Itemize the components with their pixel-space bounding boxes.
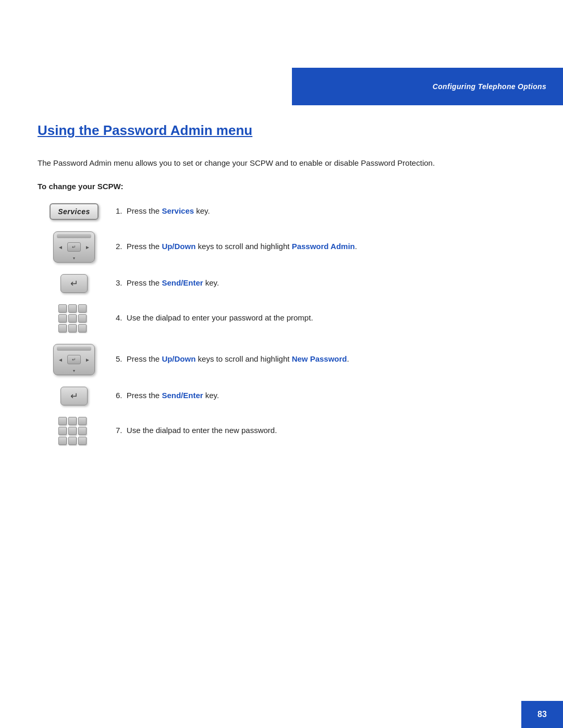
step-4-text: 4. Use the dialpad to enter your passwor…	[116, 313, 313, 322]
intro-paragraph: The Password Admin menu allows you to se…	[38, 157, 525, 169]
dialpad-key-4	[58, 314, 67, 323]
dialpad-key-8	[68, 324, 77, 332]
dialpad-key-17	[68, 437, 77, 445]
page-title: Using the Password Admin menu	[38, 122, 525, 143]
dialpad-key-3	[78, 304, 87, 313]
steps-container: Services 1. Press the Services key. ◄ ↵ …	[38, 203, 525, 456]
header-banner-text: Configuring Telephone Options	[433, 82, 546, 91]
step-6-sendenter: Send/Enter	[162, 391, 203, 400]
dialpad-key-10	[58, 417, 67, 425]
step-3-sendenter: Send/Enter	[162, 278, 203, 287]
nav-right-arrow-2: ►	[85, 357, 90, 363]
step-icon-2: ◄ ↵ ► ▼	[38, 231, 111, 263]
enter-key-symbol-2: ↵	[70, 390, 78, 402]
step-icon-7	[38, 417, 111, 445]
step-text-7: 7. Use the dialpad to enter the new pass…	[111, 425, 525, 437]
section-heading: To change your SCPW:	[38, 182, 525, 191]
step-text-4: 4. Use the dialpad to enter your passwor…	[111, 312, 525, 324]
dialpad-icon-2	[58, 417, 90, 445]
step-row-2: ◄ ↵ ► ▼ 2. Press the Up/Down keys to scr…	[38, 231, 525, 263]
nav-key-top-2	[57, 347, 91, 351]
step-text-5: 5. Press the Up/Down keys to scroll and …	[111, 353, 525, 365]
step-3-text: 3. Press the Send/Enter key.	[116, 278, 219, 287]
step-text-1: 1. Press the Services key.	[111, 205, 525, 217]
step-1-text: 1. Press the Services key.	[116, 206, 210, 215]
nav-key-bottom-text-2: ▼	[72, 369, 76, 373]
nav-center-btn-2: ↵	[67, 355, 81, 364]
step-text-3: 3. Press the Send/Enter key.	[111, 277, 525, 289]
nav-key-top	[57, 234, 91, 238]
step-2-text: 2. Press the Up/Down keys to scroll and …	[116, 242, 357, 251]
step-1-highlight: Services	[162, 206, 194, 215]
nav-left-arrow-2: ◄	[58, 357, 63, 363]
page-footer: 83	[521, 701, 563, 728]
step-icon-3: ↵	[38, 274, 111, 293]
step-2-updown: Up/Down	[162, 242, 195, 251]
step-5-text: 5. Press the Up/Down keys to scroll and …	[116, 354, 349, 363]
nav-left-arrow: ◄	[58, 244, 63, 250]
step-row-5: ◄ ↵ ► ▼ 5. Press the Up/Down keys to scr…	[38, 344, 525, 375]
step-row-4: 4. Use the dialpad to enter your passwor…	[38, 304, 525, 332]
dialpad-key-6	[78, 314, 87, 323]
enter-key-icon-1: ↵	[60, 274, 88, 293]
step-text-6: 6. Press the Send/Enter key.	[111, 390, 525, 402]
step-5-updown: Up/Down	[162, 354, 195, 363]
dialpad-key-7	[58, 324, 67, 332]
enter-key-symbol-1: ↵	[70, 278, 78, 289]
dialpad-key-14	[68, 427, 77, 435]
dialpad-key-2	[68, 304, 77, 313]
nav-key-icon-2: ◄ ↵ ► ▼	[53, 344, 95, 375]
dialpad-key-9	[78, 324, 87, 332]
nav-key-bottom-text: ▼	[72, 256, 76, 260]
nav-key-middle-2: ◄ ↵ ►	[57, 354, 91, 365]
dialpad-key-18	[78, 437, 87, 445]
step-icon-1: Services	[38, 203, 111, 220]
services-key-icon: Services	[50, 203, 99, 220]
dialpad-icon-1	[58, 304, 90, 332]
header-banner: Configuring Telephone Options	[292, 68, 563, 105]
step-7-text: 7. Use the dialpad to enter the new pass…	[116, 426, 277, 435]
enter-key-icon-2: ↵	[60, 387, 88, 405]
dialpad-key-11	[68, 417, 77, 425]
nav-center-btn: ↵	[67, 242, 81, 252]
dialpad-key-13	[58, 427, 67, 435]
step-row-6: ↵ 6. Press the Send/Enter key.	[38, 387, 525, 405]
dialpad-key-15	[78, 427, 87, 435]
nav-right-arrow: ►	[85, 244, 90, 250]
dialpad-key-1	[58, 304, 67, 313]
nav-key-middle: ◄ ↵ ►	[57, 241, 91, 253]
step-6-text: 6. Press the Send/Enter key.	[116, 391, 219, 400]
main-content: Using the Password Admin menu The Passwo…	[38, 122, 525, 456]
dialpad-key-12	[78, 417, 87, 425]
page-number: 83	[537, 710, 547, 719]
step-icon-4	[38, 304, 111, 332]
step-row-7: 7. Use the dialpad to enter the new pass…	[38, 417, 525, 445]
step-5-newpassword: New Password	[292, 354, 347, 363]
step-2-password-admin: Password Admin	[292, 242, 355, 251]
nav-key-icon-1: ◄ ↵ ► ▼	[53, 231, 95, 263]
step-row-3: ↵ 3. Press the Send/Enter key.	[38, 274, 525, 293]
step-icon-6: ↵	[38, 387, 111, 405]
step-row-1: Services 1. Press the Services key.	[38, 203, 525, 220]
dialpad-key-16	[58, 437, 67, 445]
step-icon-5: ◄ ↵ ► ▼	[38, 344, 111, 375]
step-text-2: 2. Press the Up/Down keys to scroll and …	[111, 241, 525, 253]
dialpad-key-5	[68, 314, 77, 323]
